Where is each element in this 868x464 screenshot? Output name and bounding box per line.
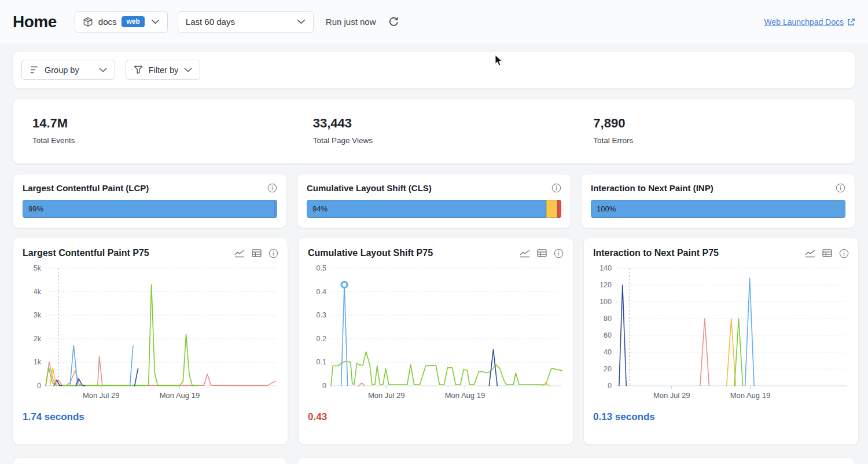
group-by-label: Group by (45, 65, 79, 75)
stat-total-page-views: 33,443 Total Page Views (294, 99, 575, 163)
stat-value: 7,890 (593, 116, 855, 131)
svg-text:4k: 4k (34, 288, 42, 296)
refresh-icon (388, 16, 399, 27)
date-range-value: Last 60 days (186, 17, 290, 27)
project-name: docs (98, 17, 117, 27)
stat-value: 33,443 (313, 116, 575, 131)
score-segment (546, 200, 558, 218)
chevron-down-icon (184, 68, 192, 72)
line-chart-view-icon[interactable] (234, 249, 245, 258)
score-segment (275, 200, 277, 218)
info-icon[interactable] (269, 249, 278, 258)
score-segment (557, 200, 561, 218)
stat-label: Total Errors (593, 136, 855, 145)
lcp-p75-value: 1.74 seconds (23, 411, 278, 423)
chevron-down-icon (297, 19, 306, 24)
score-cards-row: Largest Contentful Paint (LCP) 99% Cumul… (13, 174, 855, 228)
svg-text:0.4: 0.4 (317, 288, 326, 296)
project-selector[interactable]: docs web (75, 11, 168, 33)
cls-p75-chart[interactable]: 00.10.20.30.40.5Mon Jul 29Mon Aug 19 (308, 262, 564, 403)
page-title: Home (13, 13, 57, 31)
chart-card-lcp-p75: Largest Contentful Paint P75 01k2k3k4k (13, 238, 288, 445)
svg-text:Mon Jul 29: Mon Jul 29 (83, 391, 120, 400)
web-launchpad-docs-link[interactable]: Web Launchpad Docs (764, 17, 856, 27)
stat-label: Total Events (32, 136, 294, 145)
score-card-inp: Interaction to Next Paint (INP) 100% (581, 174, 855, 228)
cls-score-bar: 94% (307, 200, 561, 218)
score-card-title: Largest Contentful Paint (LCP) (23, 183, 149, 193)
external-link-icon (847, 18, 855, 26)
chart-card-inp-p75: Interaction to Next Paint P75 02040608 (583, 238, 859, 445)
stat-label: Total Page Views (313, 136, 575, 145)
svg-text:0: 0 (37, 382, 41, 390)
svg-text:60: 60 (604, 331, 612, 339)
project-platform-badge: web (122, 16, 144, 27)
score-segment: 99% (23, 200, 275, 218)
svg-text:20: 20 (604, 365, 612, 373)
svg-text:0.5: 0.5 (317, 264, 326, 272)
svg-text:0.2: 0.2 (317, 335, 326, 343)
svg-text:100: 100 (599, 298, 612, 306)
lcp-score-bar: 99% (23, 200, 277, 218)
info-icon[interactable] (836, 183, 845, 193)
run-status-text: Run just now (326, 17, 376, 27)
svg-text:Mon Jul 29: Mon Jul 29 (368, 391, 405, 400)
svg-text:120: 120 (599, 281, 612, 289)
svg-text:Mon Aug 19: Mon Aug 19 (730, 391, 770, 400)
score-card-title: Interaction to Next Paint (INP) (591, 183, 713, 193)
inp-score-bar: 100% (591, 200, 845, 218)
lcp-p75-chart[interactable]: 01k2k3k4k5kMon Jul 29Mon Aug 19 (23, 262, 278, 403)
svg-text:140: 140 (599, 264, 612, 272)
inp-p75-value: 0.13 seconds (593, 411, 849, 423)
inp-p75-chart[interactable]: 020406080100120140Mon Jul 29Mon Aug 19 (593, 262, 849, 403)
filter-bar: Group by Filter by (13, 51, 855, 89)
score-card-title: Cumulative Layout Shift (CLS) (307, 183, 432, 193)
svg-text:Mon Aug 19: Mon Aug 19 (160, 391, 200, 400)
info-icon[interactable] (839, 249, 849, 258)
chart-card-title: Cumulative Layout Shift P75 (308, 248, 433, 258)
main-content: Group by Filter by 14.7M T (0, 43, 868, 464)
svg-text:0.1: 0.1 (317, 358, 326, 366)
cls-p75-value: 0.43 (308, 411, 564, 423)
table-view-icon[interactable] (537, 249, 547, 257)
svg-text:Mon Aug 19: Mon Aug 19 (445, 391, 485, 400)
group-by-icon (30, 66, 39, 74)
line-chart-view-icon[interactable] (520, 249, 530, 258)
partial-card-right (297, 458, 855, 464)
filter-funnel-icon (134, 65, 143, 74)
group-by-button[interactable]: Group by (21, 60, 115, 80)
filter-by-button[interactable]: Filter by (126, 60, 201, 80)
docs-link-label: Web Launchpad Docs (764, 17, 844, 27)
table-view-icon[interactable] (252, 249, 262, 257)
line-chart-view-icon[interactable] (805, 249, 815, 258)
svg-text:3k: 3k (34, 311, 42, 319)
stat-total-errors: 7,890 Total Errors (574, 99, 855, 163)
table-view-icon[interactable] (822, 249, 832, 257)
chart-card-title: Largest Contentful Paint P75 (23, 248, 149, 258)
stats-card: 14.7M Total Events 33,443 Total Page Vie… (13, 98, 855, 164)
partial-card-left (13, 458, 287, 464)
date-range-selector[interactable]: Last 60 days (178, 11, 314, 33)
chart-card-title: Interaction to Next Paint P75 (593, 248, 719, 258)
chevron-down-icon (151, 19, 160, 24)
svg-text:1k: 1k (34, 358, 42, 366)
chart-card-cls-p75: Cumulative Layout Shift P75 00.10.20.3 (298, 238, 573, 445)
svg-text:2k: 2k (34, 335, 42, 343)
svg-text:40: 40 (604, 348, 612, 356)
info-icon[interactable] (267, 183, 277, 193)
chevron-down-icon (99, 68, 107, 72)
info-icon[interactable] (554, 249, 564, 258)
bottom-cards-row (13, 458, 855, 464)
stat-total-events: 14.7M Total Events (13, 99, 294, 163)
refresh-button[interactable] (386, 14, 402, 30)
project-platform-icon (83, 17, 93, 27)
filter-by-label: Filter by (149, 65, 179, 75)
svg-text:5k: 5k (34, 264, 42, 272)
score-segment: 94% (307, 200, 546, 218)
svg-text:0: 0 (322, 382, 326, 390)
svg-text:0.3: 0.3 (317, 311, 326, 319)
info-icon[interactable] (551, 183, 561, 193)
page-header: Home docs web Last 60 days Run just now (0, 0, 868, 43)
chart-cards-row: Largest Contentful Paint P75 01k2k3k4k (13, 238, 855, 445)
score-segment: 100% (591, 200, 845, 218)
